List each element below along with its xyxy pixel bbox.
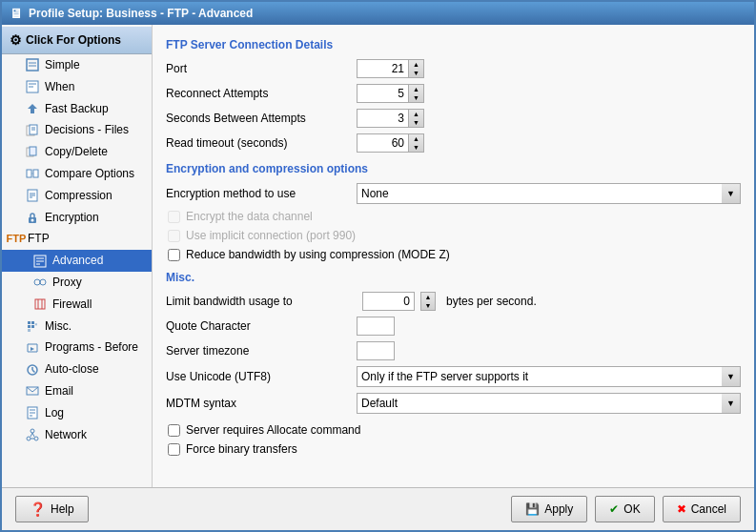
- mdtm-wrapper: Default Option 1 Option 2 ▼: [357, 393, 741, 414]
- sidebar-item-auto-close[interactable]: Auto-close: [2, 358, 152, 380]
- sidebar-item-compression[interactable]: Compression: [2, 185, 152, 207]
- svg-point-48: [27, 437, 31, 440]
- simple-label: Simple: [45, 57, 80, 73]
- read-timeout-spin-down[interactable]: ▼: [409, 143, 423, 152]
- encryption-icon: [25, 210, 40, 225]
- port-spin-up[interactable]: ▲: [409, 60, 423, 69]
- server-allocate-row: Server requires Allocate command: [166, 423, 741, 437]
- sidebar-item-advanced[interactable]: Advanced: [2, 250, 152, 272]
- use-implicit-label: Use implicit connection (port 990): [186, 229, 356, 242]
- auto-close-label: Auto-close: [45, 361, 99, 378]
- sidebar-item-network[interactable]: Network: [2, 424, 152, 446]
- bandwidth-spin-up[interactable]: ▲: [421, 293, 435, 301]
- read-timeout-spin[interactable]: ▲ ▼: [409, 133, 424, 153]
- sidebar-item-ftp[interactable]: FTP FTP: [2, 228, 152, 250]
- port-spin-down[interactable]: ▼: [409, 69, 423, 77]
- port-label: Port: [166, 62, 357, 75]
- sidebar-item-copy-delete[interactable]: Copy/Delete: [2, 141, 152, 163]
- reconnect-row: Reconnect Attempts ▲ ▼: [166, 84, 741, 103]
- encryption-method-wrapper: None TLS SSL ▼: [357, 183, 741, 204]
- seconds-between-input[interactable]: [357, 109, 409, 128]
- svg-point-47: [31, 429, 34, 433]
- mdtm-select[interactable]: Default Option 1 Option 2: [357, 393, 741, 414]
- force-binary-row: Force binary transfers: [166, 442, 741, 456]
- misc-label: Misc.: [45, 318, 72, 335]
- sidebar-item-programs-before[interactable]: Programs - Before: [2, 337, 152, 358]
- use-implicit-checkbox[interactable]: [168, 230, 180, 242]
- svg-rect-32: [31, 321, 34, 324]
- title-bar: 🖥 Profile Setup: Business - FTP - Advanc…: [2, 2, 754, 25]
- force-binary-checkbox[interactable]: [168, 443, 180, 456]
- reconnect-spin-up[interactable]: ▲: [409, 85, 423, 93]
- sidebar-item-simple[interactable]: Simple: [2, 54, 152, 76]
- sidebar-item-firewall[interactable]: Firewall: [2, 294, 152, 316]
- sidebar-item-proxy[interactable]: Proxy: [2, 272, 152, 294]
- svg-point-27: [40, 279, 46, 285]
- sidebar-item-fast-backup[interactable]: Fast Backup: [2, 98, 152, 120]
- seconds-between-spin[interactable]: ▲ ▼: [409, 109, 424, 128]
- svg-rect-12: [30, 147, 36, 155]
- seconds-between-spin-up[interactable]: ▲: [409, 110, 423, 118]
- server-timezone-input[interactable]: [357, 341, 395, 360]
- svg-rect-36: [28, 329, 31, 332]
- reconnect-input[interactable]: [357, 84, 409, 103]
- svg-rect-33: [35, 323, 37, 325]
- programs-before-icon: [25, 340, 40, 356]
- ok-button[interactable]: ✔ OK: [595, 496, 654, 522]
- compare-options-label: Compare Options: [45, 166, 134, 182]
- ok-icon: ✔: [609, 502, 619, 516]
- server-allocate-label: Server requires Allocate command: [186, 423, 360, 437]
- help-icon: ❓: [30, 501, 46, 517]
- ok-label: OK: [623, 502, 640, 516]
- cancel-button[interactable]: ✖ Cancel: [663, 496, 741, 522]
- main-panel: FTP Server Connection Details Port ▲ ▼ R…: [153, 25, 754, 487]
- svg-rect-14: [33, 170, 38, 177]
- seconds-between-control: ▲ ▼: [357, 109, 424, 128]
- server-allocate-checkbox[interactable]: [168, 424, 180, 437]
- sidebar-item-when[interactable]: When: [2, 76, 152, 98]
- help-button[interactable]: ❓ Help: [15, 496, 89, 522]
- reconnect-spin-down[interactable]: ▼: [409, 93, 423, 102]
- port-spin[interactable]: ▲ ▼: [409, 59, 424, 78]
- bytes-per-second-label: bytes per second.: [446, 295, 537, 308]
- encrypt-data-channel-checkbox[interactable]: [168, 211, 180, 223]
- window-title: Profile Setup: Business - FTP - Advanced: [29, 7, 253, 20]
- sidebar-item-log[interactable]: Log: [2, 402, 152, 424]
- fast-backup-icon: [25, 101, 40, 116]
- when-icon: [25, 79, 40, 94]
- sidebar-header[interactable]: ⚙ Click For Options: [2, 27, 152, 54]
- encrypt-data-channel-label: Encrypt the data channel: [186, 210, 313, 223]
- sidebar-item-encryption[interactable]: Encryption: [2, 207, 152, 229]
- log-icon: [25, 405, 40, 420]
- footer: ❓ Help 💾 Apply ✔ OK ✖ Cancel: [2, 487, 754, 530]
- reconnect-spin[interactable]: ▲ ▼: [409, 84, 424, 103]
- sidebar-item-compare-options[interactable]: Compare Options: [2, 163, 152, 185]
- sidebar-item-email[interactable]: Email: [2, 380, 152, 402]
- section2-title: Encryption and compression options: [166, 162, 741, 175]
- quote-char-input[interactable]: [357, 317, 395, 336]
- read-timeout-label: Read timeout (seconds): [166, 136, 357, 150]
- bandwidth-spin-btns[interactable]: ▲ ▼: [420, 292, 436, 311]
- sidebar-item-decisions-files[interactable]: Decisions - Files: [2, 119, 152, 141]
- seconds-between-spin-down[interactable]: ▼: [409, 118, 423, 127]
- bandwidth-spin-down[interactable]: ▼: [421, 301, 435, 310]
- encryption-method-select[interactable]: None TLS SSL: [357, 183, 741, 204]
- advanced-label: Advanced: [52, 253, 103, 269]
- proxy-label: Proxy: [52, 275, 82, 291]
- reconnect-label: Reconnect Attempts: [166, 87, 357, 100]
- help-label: Help: [51, 502, 74, 516]
- reduce-bandwidth-label: Reduce bandwidth by using compression (M…: [186, 248, 450, 261]
- apply-icon: 💾: [525, 502, 540, 516]
- auto-close-icon: [25, 362, 40, 378]
- apply-button[interactable]: 💾 Apply: [511, 496, 587, 522]
- bandwidth-spin: ▲ ▼: [420, 292, 436, 311]
- use-unicode-select[interactable]: Only if the FTP server supports it Alway…: [357, 366, 741, 387]
- read-timeout-spin-up[interactable]: ▲: [409, 134, 423, 143]
- firewall-label: Firewall: [52, 297, 92, 313]
- bandwidth-input[interactable]: [362, 292, 415, 311]
- read-timeout-input[interactable]: [357, 133, 409, 153]
- encrypt-data-channel-row: Encrypt the data channel: [166, 210, 741, 223]
- sidebar-item-misc[interactable]: Misc.: [2, 316, 152, 338]
- reduce-bandwidth-checkbox[interactable]: [168, 249, 180, 261]
- port-input[interactable]: [357, 59, 409, 78]
